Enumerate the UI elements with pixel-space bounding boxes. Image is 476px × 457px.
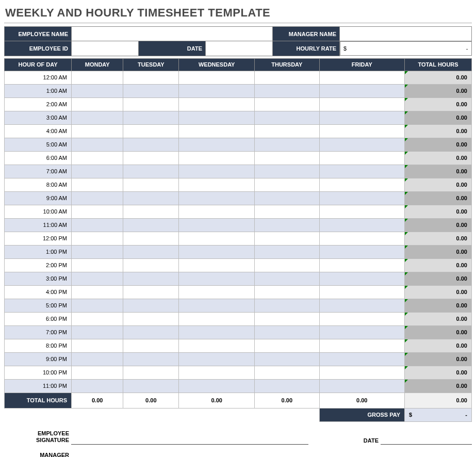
cell-tue[interactable] — [123, 366, 179, 379]
date-field[interactable] — [206, 41, 273, 56]
cell-tue[interactable] — [123, 325, 179, 339]
cell-thu[interactable] — [255, 232, 319, 245]
cell-mon[interactable] — [72, 218, 123, 232]
cell-tue[interactable] — [123, 151, 179, 165]
cell-mon[interactable] — [72, 191, 123, 205]
cell-fri[interactable] — [319, 352, 404, 366]
cell-wed[interactable] — [179, 97, 255, 111]
cell-tue[interactable] — [123, 205, 179, 218]
cell-mon[interactable] — [72, 379, 123, 393]
cell-mon[interactable] — [72, 339, 123, 352]
cell-wed[interactable] — [179, 71, 255, 84]
cell-wed[interactable] — [179, 299, 255, 312]
cell-wed[interactable] — [179, 111, 255, 124]
cell-fri[interactable] — [319, 218, 404, 232]
cell-tue[interactable] — [123, 245, 179, 258]
employee-signature-date-line[interactable] — [381, 429, 472, 445]
employee-name-field[interactable] — [72, 27, 273, 41]
cell-mon[interactable] — [72, 138, 123, 151]
cell-wed[interactable] — [179, 191, 255, 205]
cell-wed[interactable] — [179, 366, 255, 379]
cell-thu[interactable] — [255, 272, 319, 285]
cell-thu[interactable] — [255, 312, 319, 325]
cell-thu[interactable] — [255, 178, 319, 191]
cell-tue[interactable] — [123, 272, 179, 285]
manager-signature-date-line[interactable] — [381, 451, 472, 457]
cell-thu[interactable] — [255, 138, 319, 151]
cell-tue[interactable] — [123, 165, 179, 178]
cell-thu[interactable] — [255, 245, 319, 258]
cell-fri[interactable] — [319, 245, 404, 258]
cell-thu[interactable] — [255, 299, 319, 312]
cell-fri[interactable] — [319, 325, 404, 339]
cell-wed[interactable] — [179, 178, 255, 191]
cell-tue[interactable] — [123, 138, 179, 151]
cell-fri[interactable] — [319, 165, 404, 178]
cell-mon[interactable] — [72, 272, 123, 285]
cell-fri[interactable] — [319, 366, 404, 379]
cell-fri[interactable] — [319, 285, 404, 299]
cell-thu[interactable] — [255, 124, 319, 138]
manager-signature-line[interactable] — [71, 451, 308, 457]
cell-thu[interactable] — [255, 165, 319, 178]
cell-mon[interactable] — [72, 312, 123, 325]
cell-mon[interactable] — [72, 232, 123, 245]
cell-mon[interactable] — [72, 366, 123, 379]
cell-tue[interactable] — [123, 352, 179, 366]
cell-fri[interactable] — [319, 71, 404, 84]
cell-fri[interactable] — [319, 312, 404, 325]
cell-wed[interactable] — [179, 272, 255, 285]
cell-thu[interactable] — [255, 352, 319, 366]
cell-fri[interactable] — [319, 138, 404, 151]
cell-mon[interactable] — [72, 124, 123, 138]
employee-signature-line[interactable] — [71, 429, 308, 445]
cell-wed[interactable] — [179, 339, 255, 352]
cell-mon[interactable] — [72, 71, 123, 84]
cell-tue[interactable] — [123, 258, 179, 272]
cell-fri[interactable] — [319, 205, 404, 218]
cell-wed[interactable] — [179, 352, 255, 366]
cell-tue[interactable] — [123, 178, 179, 191]
cell-wed[interactable] — [179, 124, 255, 138]
cell-mon[interactable] — [72, 111, 123, 124]
cell-mon[interactable] — [72, 245, 123, 258]
cell-fri[interactable] — [319, 339, 404, 352]
cell-fri[interactable] — [319, 178, 404, 191]
cell-mon[interactable] — [72, 84, 123, 97]
manager-name-field[interactable] — [340, 27, 472, 41]
cell-fri[interactable] — [319, 272, 404, 285]
cell-mon[interactable] — [72, 205, 123, 218]
cell-fri[interactable] — [319, 84, 404, 97]
cell-mon[interactable] — [72, 352, 123, 366]
cell-tue[interactable] — [123, 312, 179, 325]
cell-wed[interactable] — [179, 232, 255, 245]
cell-thu[interactable] — [255, 379, 319, 393]
cell-tue[interactable] — [123, 124, 179, 138]
cell-fri[interactable] — [319, 258, 404, 272]
cell-mon[interactable] — [72, 285, 123, 299]
cell-tue[interactable] — [123, 232, 179, 245]
hourly-rate-field[interactable]: $ - — [340, 41, 472, 56]
cell-thu[interactable] — [255, 325, 319, 339]
cell-tue[interactable] — [123, 299, 179, 312]
cell-tue[interactable] — [123, 285, 179, 299]
cell-fri[interactable] — [319, 124, 404, 138]
cell-thu[interactable] — [255, 366, 319, 379]
cell-thu[interactable] — [255, 218, 319, 232]
employee-id-field[interactable] — [72, 41, 139, 56]
cell-tue[interactable] — [123, 339, 179, 352]
cell-thu[interactable] — [255, 151, 319, 165]
cell-tue[interactable] — [123, 71, 179, 84]
cell-mon[interactable] — [72, 165, 123, 178]
cell-mon[interactable] — [72, 178, 123, 191]
cell-tue[interactable] — [123, 111, 179, 124]
cell-thu[interactable] — [255, 258, 319, 272]
cell-wed[interactable] — [179, 218, 255, 232]
cell-mon[interactable] — [72, 97, 123, 111]
cell-wed[interactable] — [179, 165, 255, 178]
cell-tue[interactable] — [123, 218, 179, 232]
cell-thu[interactable] — [255, 111, 319, 124]
cell-fri[interactable] — [319, 191, 404, 205]
cell-wed[interactable] — [179, 245, 255, 258]
cell-thu[interactable] — [255, 205, 319, 218]
